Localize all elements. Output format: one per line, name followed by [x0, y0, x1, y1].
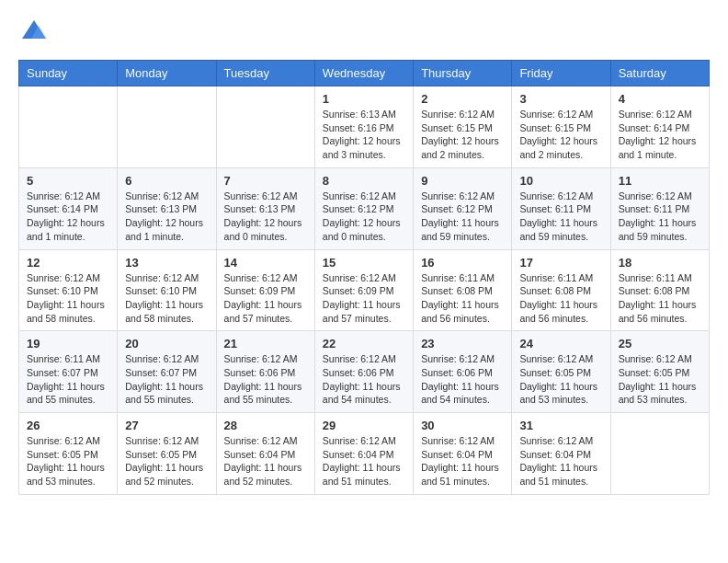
day-number: 26: [27, 419, 109, 432]
day-number: 12: [27, 256, 109, 270]
day-info: Sunrise: 6:11 AM Sunset: 6:07 PM Dayligh…: [27, 352, 109, 407]
day-number: 6: [125, 174, 208, 188]
calendar-day-header: Monday: [118, 61, 216, 86]
calendar-cell: 4Sunrise: 6:12 AM Sunset: 6:14 PM Daylig…: [610, 86, 709, 168]
day-number: 8: [323, 174, 405, 188]
calendar-cell: 30Sunrise: 6:12 AM Sunset: 6:04 PM Dayli…: [414, 413, 512, 495]
calendar-table: SundayMondayTuesdayWednesdayThursdayFrid…: [18, 60, 710, 495]
day-number: 24: [519, 337, 602, 350]
calendar-day-header: Thursday: [414, 61, 512, 86]
calendar-cell: [19, 86, 118, 168]
calendar-cell: [610, 413, 709, 495]
day-number: 28: [224, 419, 307, 432]
day-number: 23: [421, 337, 504, 350]
calendar-cell: 28Sunrise: 6:12 AM Sunset: 6:04 PM Dayli…: [216, 413, 314, 495]
calendar-week-row: 19Sunrise: 6:11 AM Sunset: 6:07 PM Dayli…: [19, 331, 710, 413]
day-number: 29: [323, 419, 405, 432]
day-info: Sunrise: 6:12 AM Sunset: 6:14 PM Dayligh…: [619, 108, 701, 162]
day-number: 4: [619, 92, 701, 106]
calendar-week-row: 1Sunrise: 6:13 AM Sunset: 6:16 PM Daylig…: [19, 86, 710, 168]
day-number: 9: [421, 174, 504, 188]
day-number: 14: [224, 256, 307, 270]
calendar-cell: [118, 86, 216, 168]
day-info: Sunrise: 6:12 AM Sunset: 6:11 PM Dayligh…: [519, 190, 602, 244]
calendar-day-header: Wednesday: [314, 61, 413, 86]
day-number: 16: [421, 256, 504, 270]
day-number: 31: [519, 419, 602, 432]
calendar-cell: 5Sunrise: 6:12 AM Sunset: 6:14 PM Daylig…: [19, 167, 118, 249]
calendar-week-row: 12Sunrise: 6:12 AM Sunset: 6:10 PM Dayli…: [19, 249, 710, 331]
day-info: Sunrise: 6:12 AM Sunset: 6:05 PM Dayligh…: [27, 434, 109, 488]
day-info: Sunrise: 6:12 AM Sunset: 6:05 PM Dayligh…: [125, 434, 208, 488]
day-number: 21: [224, 337, 307, 350]
calendar-cell: 18Sunrise: 6:11 AM Sunset: 6:08 PM Dayli…: [610, 249, 709, 331]
day-info: Sunrise: 6:13 AM Sunset: 6:16 PM Dayligh…: [323, 108, 405, 162]
calendar-day-header: Sunday: [19, 61, 118, 86]
day-number: 5: [27, 174, 109, 188]
day-number: 2: [421, 92, 504, 106]
day-info: Sunrise: 6:12 AM Sunset: 6:06 PM Dayligh…: [421, 352, 504, 407]
calendar-week-row: 5Sunrise: 6:12 AM Sunset: 6:14 PM Daylig…: [19, 167, 710, 249]
day-info: Sunrise: 6:12 AM Sunset: 6:04 PM Dayligh…: [224, 434, 307, 488]
day-number: 20: [125, 337, 208, 350]
calendar-cell: 9Sunrise: 6:12 AM Sunset: 6:12 PM Daylig…: [414, 167, 512, 249]
day-info: Sunrise: 6:12 AM Sunset: 6:14 PM Dayligh…: [27, 190, 109, 244]
day-number: 7: [224, 174, 307, 188]
calendar-cell: 26Sunrise: 6:12 AM Sunset: 6:05 PM Dayli…: [19, 413, 118, 495]
calendar-cell: 15Sunrise: 6:12 AM Sunset: 6:09 PM Dayli…: [314, 249, 413, 331]
calendar-cell: 25Sunrise: 6:12 AM Sunset: 6:05 PM Dayli…: [610, 331, 709, 413]
day-number: 30: [421, 419, 504, 432]
calendar-cell: 17Sunrise: 6:11 AM Sunset: 6:08 PM Dayli…: [512, 249, 610, 331]
day-number: 25: [619, 337, 701, 350]
day-info: Sunrise: 6:12 AM Sunset: 6:13 PM Dayligh…: [224, 190, 307, 244]
calendar-cell: 12Sunrise: 6:12 AM Sunset: 6:10 PM Dayli…: [19, 249, 118, 331]
calendar-header-row: SundayMondayTuesdayWednesdayThursdayFrid…: [19, 61, 710, 86]
logo-icon: [20, 18, 48, 40]
day-info: Sunrise: 6:11 AM Sunset: 6:08 PM Dayligh…: [519, 271, 602, 326]
calendar-cell: 22Sunrise: 6:12 AM Sunset: 6:06 PM Dayli…: [314, 331, 413, 413]
day-info: Sunrise: 6:12 AM Sunset: 6:15 PM Dayligh…: [421, 108, 504, 162]
day-number: 22: [323, 337, 405, 350]
day-info: Sunrise: 6:12 AM Sunset: 6:04 PM Dayligh…: [323, 434, 405, 488]
calendar-day-header: Tuesday: [216, 61, 314, 86]
day-info: Sunrise: 6:11 AM Sunset: 6:08 PM Dayligh…: [421, 271, 504, 326]
day-info: Sunrise: 6:12 AM Sunset: 6:12 PM Dayligh…: [421, 190, 504, 244]
day-info: Sunrise: 6:12 AM Sunset: 6:06 PM Dayligh…: [323, 352, 405, 407]
day-info: Sunrise: 6:12 AM Sunset: 6:06 PM Dayligh…: [224, 352, 307, 407]
day-info: Sunrise: 6:12 AM Sunset: 6:11 PM Dayligh…: [619, 190, 701, 244]
day-info: Sunrise: 6:12 AM Sunset: 6:10 PM Dayligh…: [27, 271, 109, 326]
day-number: 10: [519, 174, 602, 188]
day-info: Sunrise: 6:12 AM Sunset: 6:07 PM Dayligh…: [125, 352, 208, 407]
calendar-cell: [216, 86, 314, 168]
calendar-cell: 16Sunrise: 6:11 AM Sunset: 6:08 PM Dayli…: [414, 249, 512, 331]
day-info: Sunrise: 6:12 AM Sunset: 6:15 PM Dayligh…: [519, 108, 602, 162]
day-number: 15: [323, 256, 405, 270]
logo: [18, 18, 48, 45]
calendar-cell: 20Sunrise: 6:12 AM Sunset: 6:07 PM Dayli…: [118, 331, 216, 413]
calendar-cell: 27Sunrise: 6:12 AM Sunset: 6:05 PM Dayli…: [118, 413, 216, 495]
day-info: Sunrise: 6:12 AM Sunset: 6:09 PM Dayligh…: [323, 271, 405, 326]
day-number: 27: [125, 419, 208, 432]
day-info: Sunrise: 6:12 AM Sunset: 6:10 PM Dayligh…: [125, 271, 208, 326]
calendar-cell: 24Sunrise: 6:12 AM Sunset: 6:05 PM Dayli…: [512, 331, 610, 413]
calendar-cell: 8Sunrise: 6:12 AM Sunset: 6:12 PM Daylig…: [314, 167, 413, 249]
day-info: Sunrise: 6:12 AM Sunset: 6:05 PM Dayligh…: [519, 352, 602, 407]
calendar-day-header: Saturday: [610, 61, 709, 86]
day-number: 17: [519, 256, 602, 270]
calendar-cell: 7Sunrise: 6:12 AM Sunset: 6:13 PM Daylig…: [216, 167, 314, 249]
day-number: 11: [619, 174, 701, 188]
day-info: Sunrise: 6:12 AM Sunset: 6:13 PM Dayligh…: [125, 190, 208, 244]
day-info: Sunrise: 6:12 AM Sunset: 6:12 PM Dayligh…: [323, 190, 405, 244]
day-info: Sunrise: 6:11 AM Sunset: 6:08 PM Dayligh…: [619, 271, 701, 326]
calendar-week-row: 26Sunrise: 6:12 AM Sunset: 6:05 PM Dayli…: [19, 413, 710, 495]
calendar-cell: 23Sunrise: 6:12 AM Sunset: 6:06 PM Dayli…: [414, 331, 512, 413]
calendar-day-header: Friday: [512, 61, 610, 86]
calendar-cell: 19Sunrise: 6:11 AM Sunset: 6:07 PM Dayli…: [19, 331, 118, 413]
calendar-cell: 3Sunrise: 6:12 AM Sunset: 6:15 PM Daylig…: [512, 86, 610, 168]
calendar-cell: 21Sunrise: 6:12 AM Sunset: 6:06 PM Dayli…: [216, 331, 314, 413]
day-number: 13: [125, 256, 208, 270]
day-number: 1: [323, 92, 405, 106]
day-info: Sunrise: 6:12 AM Sunset: 6:09 PM Dayligh…: [224, 271, 307, 326]
day-info: Sunrise: 6:12 AM Sunset: 6:05 PM Dayligh…: [619, 352, 701, 407]
day-number: 19: [27, 337, 109, 350]
